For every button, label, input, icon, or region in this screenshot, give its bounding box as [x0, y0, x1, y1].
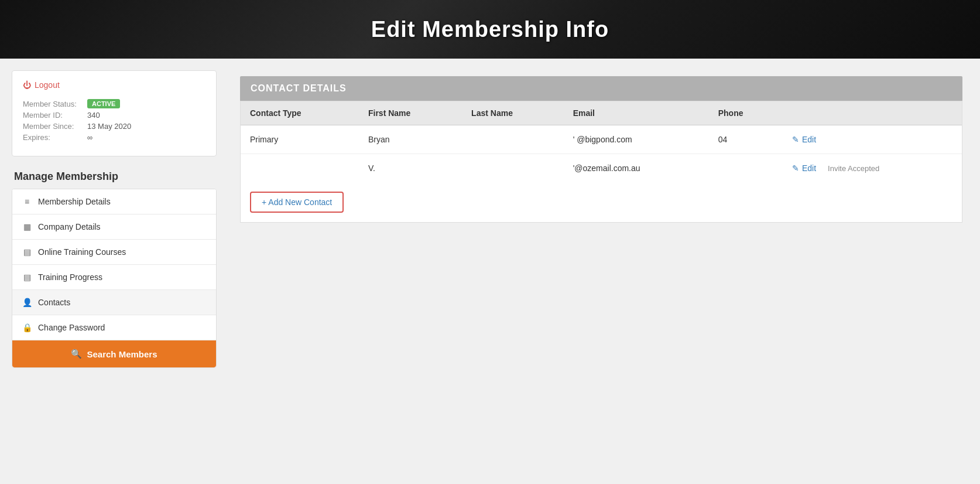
col-last-name: Last Name — [462, 101, 564, 125]
contact-table: Contact Type First Name Last Name Email … — [241, 101, 962, 182]
progress-icon: ▤ — [22, 272, 32, 282]
expires-label: Expires: — [23, 133, 87, 142]
invite-accepted-status: Invite Accepted — [828, 164, 879, 173]
actions-container: ✎ Edit — [792, 135, 952, 144]
col-phone: Phone — [709, 101, 783, 125]
sidebar: ⏻ Logout Member Status: ACTIVE Member ID… — [0, 59, 228, 484]
logout-label: Logout — [35, 80, 60, 90]
section-header: CONTACT DETAILS — [240, 76, 962, 101]
logout-link[interactable]: ⏻ Logout — [23, 80, 205, 90]
edit-contact-link-1[interactable]: ✎ Edit — [792, 135, 816, 144]
col-first-name: First Name — [359, 101, 462, 125]
col-contact-type: Contact Type — [241, 101, 359, 125]
sidebar-item-online-training[interactable]: ▤ Online Training Courses — [12, 240, 216, 265]
member-info-table: Member Status: ACTIVE Member ID: 340 Mem… — [23, 99, 205, 142]
actions-cell: ✎ Edit — [783, 125, 962, 154]
document-icon: ▤ — [22, 247, 32, 257]
edit-icon-2: ✎ — [792, 163, 799, 173]
actions-container: ✎ Edit Invite Accepted — [792, 163, 952, 173]
nav-menu: ≡ Membership Details ▦ Company Details ▤… — [12, 189, 217, 368]
contact-type-cell: Primary — [241, 125, 359, 154]
sidebar-item-training-progress[interactable]: ▤ Training Progress — [12, 265, 216, 290]
table-header-row: Contact Type First Name Last Name Email … — [241, 101, 962, 125]
edit-label-1: Edit — [802, 135, 816, 144]
member-since-label: Member Since: — [23, 122, 87, 131]
person-icon: 👤 — [22, 298, 32, 307]
member-status-row: Member Status: ACTIVE — [23, 99, 205, 108]
member-id-label: Member ID: — [23, 111, 87, 120]
member-card: ⏻ Logout Member Status: ACTIVE Member ID… — [12, 70, 217, 156]
table-row: V. '@ozemail.com.au ✎ Edit Invite Accept… — [241, 154, 962, 183]
actions-cell: ✎ Edit Invite Accepted — [783, 154, 962, 183]
sidebar-item-label: Training Progress — [38, 272, 102, 282]
member-id-value: 340 — [87, 111, 100, 120]
member-since-row: Member Since: 13 May 2020 — [23, 122, 205, 131]
sidebar-item-label: Online Training Courses — [38, 247, 126, 257]
first-name-cell: Bryan — [359, 125, 462, 154]
expires-row: Expires: ∞ — [23, 133, 205, 142]
sidebar-item-label: Company Details — [38, 222, 101, 231]
sidebar-item-label: Contacts — [38, 298, 70, 307]
email-cell: ' @bigpond.com — [564, 125, 709, 154]
sidebar-item-contacts[interactable]: 👤 Contacts — [12, 290, 216, 315]
header-banner: Edit Membership Info — [0, 0, 980, 59]
contact-type-cell — [241, 154, 359, 183]
last-name-cell — [462, 125, 564, 154]
member-id-row: Member ID: 340 — [23, 111, 205, 120]
member-since-value: 13 May 2020 — [87, 122, 131, 131]
building-icon: ▦ — [22, 222, 32, 231]
content-area: CONTACT DETAILS Contact Type First Name … — [228, 59, 980, 484]
phone-cell: 04 — [709, 125, 783, 154]
page-title: Edit Membership Info — [371, 17, 609, 42]
contact-table-wrapper: Contact Type First Name Last Name Email … — [240, 101, 962, 223]
col-email: Email — [564, 101, 709, 125]
sidebar-item-membership-details[interactable]: ≡ Membership Details — [12, 189, 216, 214]
search-icon: 🔍 — [71, 349, 82, 359]
add-contact-label: + Add New Contact — [262, 197, 332, 207]
phone-cell — [709, 154, 783, 183]
edit-contact-link-2[interactable]: ✎ Edit — [792, 163, 816, 173]
sidebar-item-label: Membership Details — [38, 197, 111, 206]
col-actions — [783, 101, 962, 125]
main-layout: ⏻ Logout Member Status: ACTIVE Member ID… — [0, 59, 980, 484]
first-name-cell: V. — [359, 154, 462, 183]
active-badge: ACTIVE — [87, 99, 120, 108]
last-name-cell — [462, 154, 564, 183]
table-row: Primary Bryan ' @bigpond.com 04 ✎ Edit — [241, 125, 962, 154]
sidebar-item-company-details[interactable]: ▦ Company Details — [12, 214, 216, 240]
edit-icon-1: ✎ — [792, 135, 799, 144]
menu-icon: ≡ — [22, 197, 32, 206]
sidebar-item-label: Change Password — [38, 323, 105, 332]
power-icon: ⏻ — [23, 80, 31, 90]
member-status-label: Member Status: — [23, 100, 87, 108]
manage-membership-title: Manage Membership — [12, 171, 217, 183]
lock-icon: 🔒 — [22, 323, 32, 332]
expires-value: ∞ — [87, 133, 92, 142]
edit-label-2: Edit — [802, 163, 816, 173]
search-members-button[interactable]: 🔍 Search Members — [12, 340, 216, 367]
email-cell: '@ozemail.com.au — [564, 154, 709, 183]
sidebar-item-change-password[interactable]: 🔒 Change Password — [12, 315, 216, 340]
search-members-label: Search Members — [87, 349, 157, 359]
add-new-contact-button[interactable]: + Add New Contact — [250, 192, 344, 213]
